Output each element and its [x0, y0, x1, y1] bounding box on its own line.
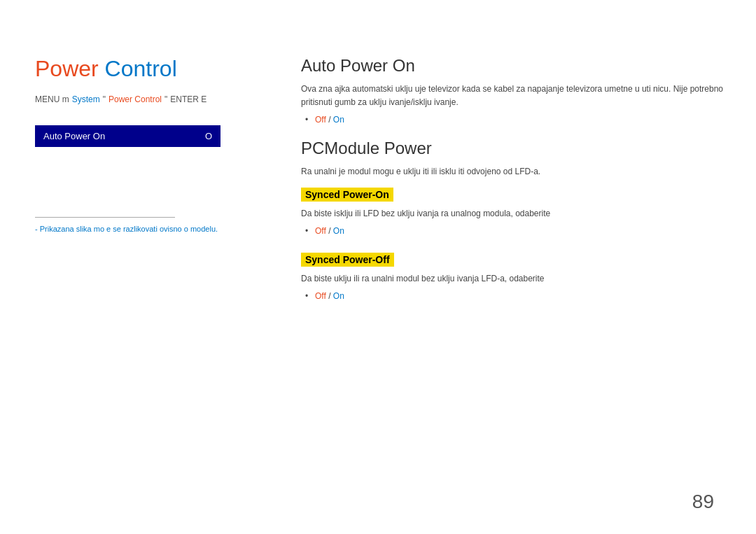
- breadcrumb-powercontrol[interactable]: Power Control: [108, 94, 162, 104]
- subsection1-bullets: Off / On: [315, 226, 735, 236]
- section2: PCModule Power Ra unalni je modul mogu e…: [301, 139, 735, 301]
- subsection1-on: On: [333, 226, 344, 236]
- subsection-synced-power-on: Synced Power-On Da biste isklju ili LFD …: [301, 185, 735, 236]
- subsection1-sep: /: [326, 226, 333, 236]
- subsection2-bullets: Off / On: [315, 291, 735, 301]
- page-title: Power Control: [35, 56, 259, 82]
- breadcrumb-menu: MENU m: [35, 94, 69, 104]
- divider: [35, 217, 175, 218]
- menu-item-value: O: [205, 131, 212, 141]
- breadcrumb-sep1: ": [103, 94, 106, 104]
- subsection2-off: Off: [315, 291, 326, 301]
- title-word-control: Control: [105, 56, 177, 81]
- subsection1-bullet-1: Off / On: [315, 226, 735, 236]
- breadcrumb: MENU m System " Power Control " ENTER E: [35, 94, 259, 104]
- subsection1-off: Off: [315, 226, 326, 236]
- section1-sep: /: [326, 115, 333, 125]
- footnote: - Prikazana slika mo e se razlikovati ov…: [35, 225, 259, 233]
- section1-on: On: [333, 115, 344, 125]
- section1-description: Ova zna ajka automatski uklju uje televi…: [301, 83, 735, 109]
- title-word-power: Power: [35, 56, 99, 81]
- breadcrumb-enter: ENTER E: [170, 94, 206, 104]
- left-panel: Power Control MENU m System " Power Cont…: [35, 56, 259, 233]
- section1-bullet-1: Off / On: [315, 115, 735, 125]
- subsection1-title: Synced Power-On: [301, 188, 393, 202]
- menu-item-label: Auto Power On: [43, 131, 105, 141]
- subsection2-on: On: [333, 291, 344, 301]
- page-number: 89: [692, 491, 714, 513]
- breadcrumb-system[interactable]: System: [72, 94, 100, 104]
- menu-item-auto-power-on[interactable]: Auto Power On O: [35, 125, 220, 147]
- subsection1-description: Da biste isklju ili LFD bez uklju ivanja…: [301, 207, 735, 220]
- section1-off: Off: [315, 115, 326, 125]
- section1-bullets: Off / On: [315, 115, 735, 125]
- subsection2-description: Da biste uklju ili ra unalni modul bez u…: [301, 272, 735, 286]
- right-panel: Auto Power On Ova zna ajka automatski uk…: [301, 56, 735, 315]
- section1-title: Auto Power On: [301, 56, 735, 76]
- subsection2-sep: /: [326, 291, 333, 301]
- subsection2-bullet-1: Off / On: [315, 291, 735, 301]
- subsection2-title: Synced Power-Off: [301, 253, 394, 267]
- breadcrumb-sep2: ": [164, 94, 167, 104]
- subsection-synced-power-off: Synced Power-Off Da biste uklju ili ra u…: [301, 250, 735, 301]
- section2-title: PCModule Power: [301, 139, 735, 158]
- section2-description: Ra unalni je modul mogu e uklju iti ili …: [301, 165, 735, 178]
